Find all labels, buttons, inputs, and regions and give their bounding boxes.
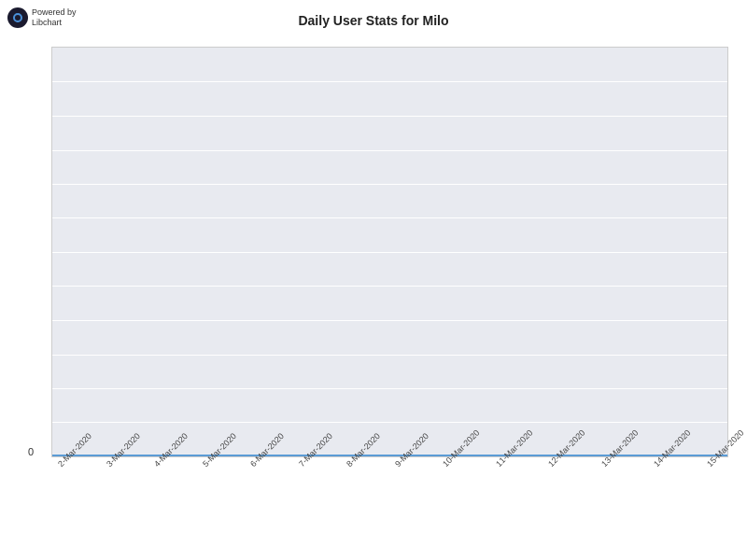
x-label-wrapper: 8-Mar-2020 bbox=[340, 462, 388, 471]
chart-plot-area bbox=[51, 47, 728, 457]
x-label-wrapper: 13-Mar-2020 bbox=[595, 462, 648, 471]
x-label-wrapper: 2-Mar-2020 bbox=[51, 462, 100, 471]
x-label-wrapper: 12-Mar-2020 bbox=[542, 462, 595, 471]
x-axis: 2-Mar-20203-Mar-20204-Mar-20205-Mar-2020… bbox=[51, 457, 728, 551]
chart-container: Powered by Libchart Daily User Stats for… bbox=[0, 0, 747, 560]
x-label-wrapper: 6-Mar-2020 bbox=[244, 462, 292, 471]
x-label-wrapper: 9-Mar-2020 bbox=[388, 462, 437, 471]
x-label-wrapper: 14-Mar-2020 bbox=[647, 462, 700, 471]
x-label-wrapper: 10-Mar-2020 bbox=[436, 462, 489, 471]
x-label-wrapper: 7-Mar-2020 bbox=[292, 462, 341, 471]
x-label-wrapper: 4-Mar-2020 bbox=[148, 462, 196, 471]
x-label-wrapper: 11-Mar-2020 bbox=[489, 462, 543, 471]
chart-title: Daily User Stats for Milo bbox=[0, 13, 747, 28]
data-line bbox=[52, 455, 727, 456]
y-axis-label: 0 bbox=[28, 446, 34, 457]
grid-lines bbox=[52, 48, 727, 456]
x-label-wrapper: 15-Mar-2020 bbox=[700, 462, 747, 471]
x-label-wrapper: 5-Mar-2020 bbox=[196, 462, 245, 471]
x-label-wrapper: 3-Mar-2020 bbox=[100, 462, 148, 471]
